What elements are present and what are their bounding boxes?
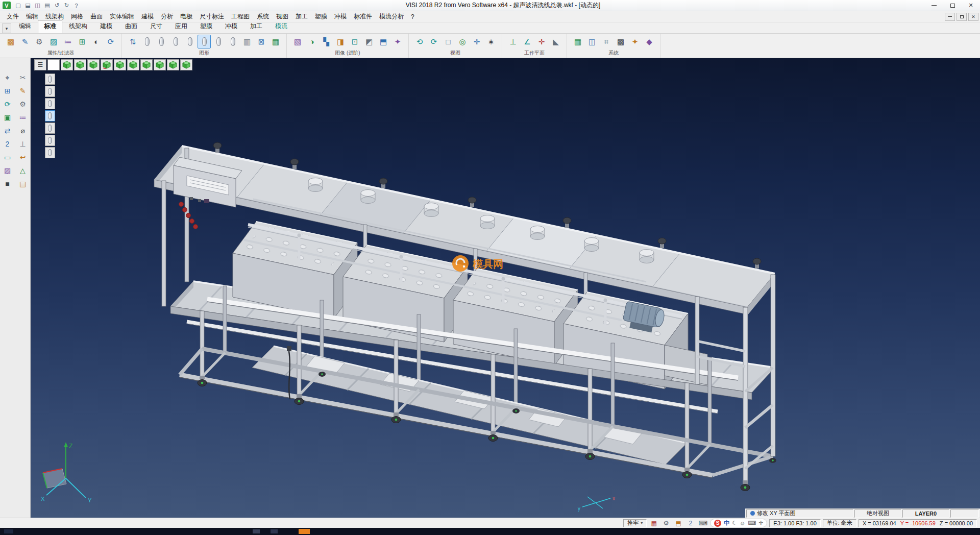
two-icon[interactable]: 2: [1, 138, 14, 150]
sketch-icon[interactable]: ✎: [16, 85, 30, 97]
iso-view-4[interactable]: [101, 59, 113, 70]
tab-molding[interactable]: 塑膜: [194, 20, 218, 33]
ime-lang-toggle[interactable]: 中: [724, 519, 729, 527]
tab-edit[interactable]: 编辑: [13, 20, 37, 33]
system-snap-icon[interactable]: ⌗: [600, 35, 613, 48]
ime-moon-icon[interactable]: ☾: [732, 520, 737, 526]
coord-mode-icon[interactable]: 2: [685, 519, 696, 527]
system-solid-icon[interactable]: ◆: [643, 35, 656, 48]
3d-viewport[interactable]: ☰: [31, 58, 980, 518]
wireframe-mode-icon[interactable]: ⊠: [255, 35, 268, 48]
keyboard-status-icon[interactable]: ⌨: [698, 519, 708, 527]
menu-help[interactable]: ?: [407, 12, 418, 22]
workplane-face-icon[interactable]: ◣: [549, 35, 562, 48]
image-corner-icon[interactable]: ◩: [362, 35, 376, 48]
workplane-cell[interactable]: 修改 XY 平面图: [746, 509, 853, 518]
image-star-icon[interactable]: ✦: [391, 35, 404, 48]
perpendicular-icon[interactable]: ⊥: [16, 138, 30, 150]
cylinder-display-7[interactable]: [226, 35, 239, 48]
rotate-icon[interactable]: ⟳: [1, 98, 14, 110]
mdi-restore-button[interactable]: [957, 13, 967, 21]
mdi-minimize-button[interactable]: [945, 13, 955, 21]
import-icon[interactable]: ▤: [42, 1, 52, 10]
menu-flow-analysis[interactable]: 模流分析: [376, 11, 407, 22]
triangle-icon[interactable]: △: [16, 164, 30, 177]
workplane-angle-icon[interactable]: ∠: [521, 35, 534, 48]
tab-application[interactable]: 应用: [169, 20, 193, 33]
units-cell[interactable]: 单位: 毫米: [823, 519, 856, 527]
snap-toggle[interactable]: 拴牢 ▾: [623, 519, 647, 527]
filter-settings-icon[interactable]: ⚙: [33, 35, 46, 48]
hatch-filter-icon[interactable]: ▨: [47, 35, 60, 48]
diameter-icon[interactable]: ⌀: [16, 125, 30, 137]
menu-standard-parts[interactable]: 标准件: [350, 11, 376, 22]
os-taskbar-sliver[interactable]: [0, 528, 980, 535]
ime-settings-icon[interactable]: ✛: [758, 520, 763, 526]
iso-view-6[interactable]: [127, 59, 139, 70]
rotate-left-view-icon[interactable]: ⟲: [413, 35, 426, 48]
ime-logo[interactable]: S: [714, 520, 721, 527]
grid-filter-icon[interactable]: ⊞: [76, 35, 89, 48]
tab-die[interactable]: 冲模: [219, 20, 243, 33]
image-half-icon[interactable]: ◨: [334, 35, 347, 48]
cylinder-display-5[interactable]: [198, 35, 211, 48]
trim-icon[interactable]: ✂: [16, 71, 30, 84]
system-layers-icon[interactable]: ▩: [614, 35, 627, 48]
blank-view-button[interactable]: [47, 59, 60, 70]
menu-molding[interactable]: 塑膜: [311, 11, 331, 22]
list-icon[interactable]: ≔: [16, 111, 30, 124]
new-file-icon[interactable]: ▢: [13, 1, 23, 10]
ime-keyboard-icon[interactable]: ⌨: [748, 520, 756, 526]
image-hatch-icon[interactable]: ▧: [291, 35, 304, 48]
iso-view-10[interactable]: [180, 59, 192, 70]
image-texture-icon[interactable]: ▚: [320, 35, 333, 48]
iso-view-7[interactable]: [140, 59, 153, 70]
close-button[interactable]: ✕: [962, 0, 980, 11]
ortho-icon[interactable]: ⚙: [661, 519, 671, 527]
render-mode-icon[interactable]: ▦: [269, 35, 282, 48]
minimize-button[interactable]: [925, 0, 943, 11]
iso-view-5[interactable]: [114, 59, 126, 70]
image-fill-icon[interactable]: ⬒: [377, 35, 390, 48]
image-frame-icon[interactable]: ⊡: [348, 35, 361, 48]
cylinder-display-3[interactable]: [169, 35, 182, 48]
select-icon[interactable]: ⌖: [1, 71, 14, 84]
save-file-icon[interactable]: ◫: [33, 1, 42, 10]
tab-dimension[interactable]: 尺寸: [144, 20, 168, 33]
hatch-icon[interactable]: ▨: [1, 164, 14, 177]
tab-modeling[interactable]: 建模: [94, 20, 118, 33]
display-toggle-7[interactable]: [45, 147, 55, 158]
tab-wireframe[interactable]: 线架构: [63, 20, 93, 33]
ime-emoji-icon[interactable]: ☺: [740, 520, 745, 526]
solid-icon[interactable]: ■: [1, 178, 14, 190]
iso-view-8[interactable]: [154, 59, 166, 70]
open-file-icon[interactable]: ⬓: [23, 1, 33, 10]
display-toggle-1[interactable]: [45, 74, 55, 85]
cylinder-display-2[interactable]: [155, 35, 168, 48]
redo-icon[interactable]: ↻: [62, 1, 71, 10]
menu-machining[interactable]: 加工: [292, 11, 311, 22]
rotate-right-view-icon[interactable]: ⟳: [427, 35, 440, 48]
rectangle-icon[interactable]: ▭: [1, 151, 14, 163]
tab-dropdown-button[interactable]: ▾: [2, 23, 11, 33]
workplane-origin-icon[interactable]: ✛: [535, 35, 548, 48]
zoom-window-icon[interactable]: □: [442, 35, 455, 48]
shade-mode-icon[interactable]: ▥: [240, 35, 254, 48]
grid-icon[interactable]: ⊞: [1, 85, 14, 97]
iso-view-9[interactable]: [167, 59, 179, 70]
refresh-filter-icon[interactable]: ⟳: [104, 35, 117, 48]
list-filter-icon[interactable]: ≔: [61, 35, 75, 48]
snap-grid-icon[interactable]: ▦: [649, 519, 659, 527]
display-toggle-2[interactable]: [45, 86, 55, 97]
edit-attributes-icon[interactable]: ✎: [18, 35, 32, 48]
iso-view-1[interactable]: [61, 59, 73, 70]
swap-graphics-icon[interactable]: ⇅: [126, 35, 139, 48]
pan-view-icon[interactable]: ✛: [470, 35, 483, 48]
attributes-icon[interactable]: ▩: [4, 35, 17, 48]
mdi-close-button[interactable]: ✕: [968, 13, 978, 21]
tab-flow[interactable]: 模流: [269, 20, 293, 33]
display-toggle-5[interactable]: [45, 123, 55, 134]
system-grid-icon[interactable]: ▦: [571, 35, 584, 48]
cylinder-display-6[interactable]: [212, 35, 225, 48]
folder-status-icon[interactable]: ⬒: [673, 519, 683, 527]
